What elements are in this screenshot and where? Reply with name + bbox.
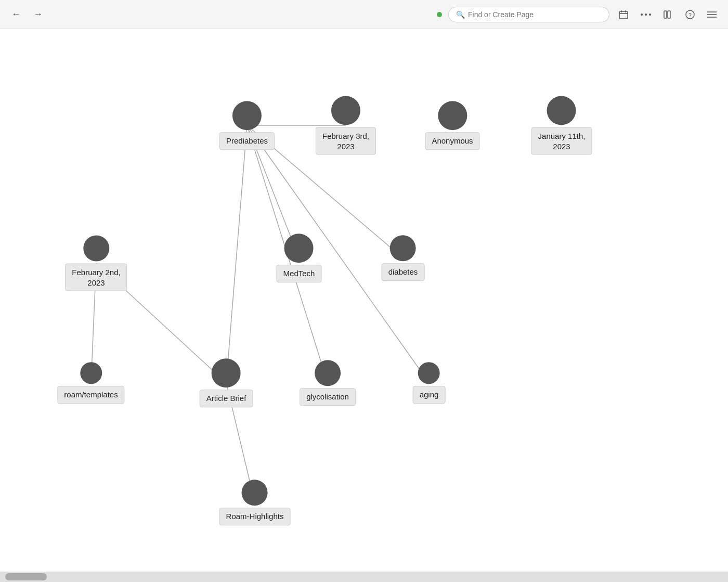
svg-rect-8 xyxy=(668,11,670,18)
help-button[interactable]: ? xyxy=(682,8,698,21)
node-glycolisation[interactable]: glycolisation xyxy=(300,360,356,406)
node-label-feb3: February 3rd, 2023 xyxy=(316,127,376,155)
svg-rect-0 xyxy=(619,11,628,19)
node-label-roam_templates: roam/templates xyxy=(57,386,124,404)
columns-button[interactable] xyxy=(660,8,676,21)
node-article_brief[interactable]: Article Brief xyxy=(200,358,253,407)
menu-button[interactable] xyxy=(704,9,720,20)
node-diabetes[interactable]: diabetes xyxy=(382,235,425,281)
columns-icon xyxy=(664,10,673,19)
node-label-roam_highlights: Roam-Highlights xyxy=(219,508,291,525)
svg-text:?: ? xyxy=(688,12,692,18)
node-label-glycolisation: glycolisation xyxy=(300,388,356,406)
node-circle-prediabetes xyxy=(232,101,262,130)
node-circle-medtech xyxy=(284,234,314,263)
node-label-anonymous: Anonymous xyxy=(425,132,479,150)
svg-rect-7 xyxy=(664,11,667,18)
node-circle-glycolisation xyxy=(315,360,341,386)
node-aging[interactable]: aging xyxy=(413,362,446,404)
help-icon: ? xyxy=(685,10,695,19)
svg-point-6 xyxy=(649,14,651,16)
search-bar[interactable]: 🔍 xyxy=(448,7,609,22)
edge-prediabetes-article_brief xyxy=(226,125,247,383)
node-circle-diabetes xyxy=(390,235,416,261)
node-circle-feb2 xyxy=(83,236,109,262)
node-circle-aging xyxy=(418,362,440,384)
calendar-button[interactable] xyxy=(616,8,631,21)
node-label-diabetes: diabetes xyxy=(382,263,425,281)
scrollbar-thumb[interactable] xyxy=(5,573,47,580)
svg-point-4 xyxy=(641,14,643,16)
node-feb2[interactable]: February 2nd, 2023 xyxy=(65,236,127,291)
node-circle-anonymous xyxy=(438,101,467,130)
node-circle-jan11 xyxy=(547,96,576,125)
bottom-scrollbar[interactable] xyxy=(0,572,728,582)
node-label-medtech: MedTech xyxy=(277,265,322,282)
svg-point-5 xyxy=(645,14,647,16)
forward-button[interactable]: → xyxy=(30,7,46,22)
node-circle-article_brief xyxy=(212,358,241,387)
node-feb3[interactable]: February 3rd, 2023 xyxy=(316,96,376,155)
node-label-prediabetes: Prediabetes xyxy=(219,132,275,150)
more-options-button[interactable] xyxy=(638,11,654,18)
node-anonymous[interactable]: Anonymous xyxy=(425,101,479,150)
node-label-jan11: January 11th, 2023 xyxy=(531,127,592,155)
back-button[interactable]: ← xyxy=(8,7,24,22)
more-options-icon xyxy=(641,13,651,16)
search-icon: 🔍 xyxy=(456,10,465,19)
menu-icon xyxy=(707,11,717,18)
topbar: ← → 🔍 ? xyxy=(0,0,728,29)
node-medtech[interactable]: MedTech xyxy=(277,234,322,282)
node-circle-roam_templates xyxy=(80,362,102,384)
search-input[interactable] xyxy=(468,10,588,19)
calendar-icon xyxy=(619,10,628,19)
graph-area: PrediabetesFebruary 3rd, 2023AnonymousJa… xyxy=(0,29,728,572)
node-circle-roam_highlights xyxy=(242,480,268,506)
node-prediabetes[interactable]: Prediabetes xyxy=(219,101,275,150)
node-roam_highlights[interactable]: Roam-Highlights xyxy=(219,480,291,525)
node-jan11[interactable]: January 11th, 2023 xyxy=(531,96,592,155)
node-label-article_brief: Article Brief xyxy=(200,390,253,407)
node-circle-feb3 xyxy=(331,96,360,125)
node-label-aging: aging xyxy=(413,386,446,404)
node-roam_templates[interactable]: roam/templates xyxy=(57,362,124,404)
status-indicator xyxy=(437,12,442,17)
node-label-feb2: February 2nd, 2023 xyxy=(65,264,127,291)
